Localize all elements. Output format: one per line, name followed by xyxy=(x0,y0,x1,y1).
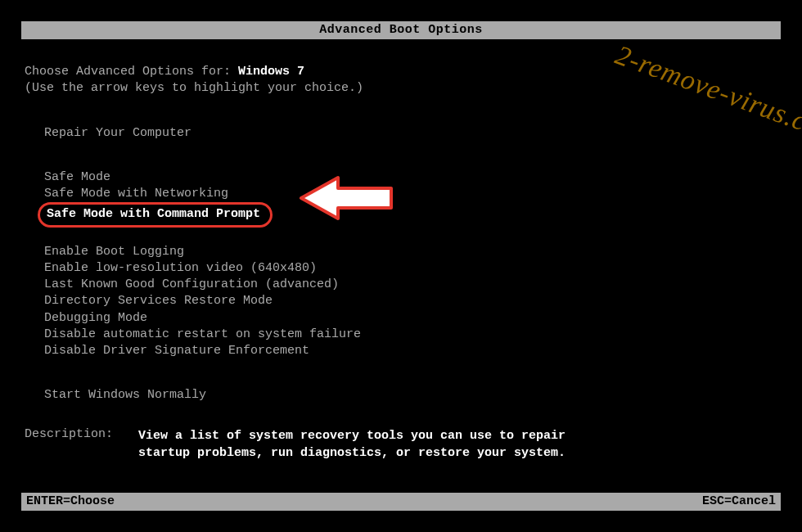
option-label: Enable Boot Logging xyxy=(43,244,186,260)
option-low-res-video[interactable]: Enable low-resolution video (640x480) xyxy=(43,260,777,277)
option-label: Disable Driver Signature Enforcement xyxy=(43,343,311,359)
option-label: Start Windows Normally xyxy=(43,387,208,404)
option-label-highlighted: Safe Mode with Command Prompt xyxy=(38,202,273,227)
description-label: Description: xyxy=(25,427,131,441)
option-disable-driver-sig[interactable]: Disable Driver Signature Enforcement xyxy=(43,343,777,359)
description-text: View a list of system recovery tools you… xyxy=(138,427,565,462)
option-label: Enable low-resolution video (640x480) xyxy=(43,260,318,277)
title-bar: Advanced Boot Options xyxy=(21,21,781,39)
option-label: Directory Services Restore Mode xyxy=(43,293,274,309)
option-debugging-mode[interactable]: Debugging Mode xyxy=(43,310,777,327)
option-label: Safe Mode xyxy=(43,169,112,186)
option-safe-mode-command-prompt[interactable]: Safe Mode with Command Prompt xyxy=(38,202,777,227)
option-last-known-good-config[interactable]: Last Known Good Configuration (advanced) xyxy=(43,277,777,293)
option-label: Repair Your Computer xyxy=(43,125,193,142)
description-line2: startup problems, run diagnostics, or re… xyxy=(138,446,565,460)
intro-prefix: Choose Advanced Options for: xyxy=(25,65,238,79)
option-directory-services-restore[interactable]: Directory Services Restore Mode xyxy=(43,293,777,309)
option-disable-auto-restart[interactable]: Disable automatic restart on system fail… xyxy=(43,327,777,343)
footer-esc-hint: ESC=Cancel xyxy=(702,493,776,511)
description-block: Description: View a list of system recov… xyxy=(25,427,565,462)
content-area: Choose Advanced Options for: Windows 7 (… xyxy=(25,64,777,404)
option-label: Disable automatic restart on system fail… xyxy=(43,327,363,343)
option-label: Debugging Mode xyxy=(43,310,149,327)
option-label: Safe Mode with Networking xyxy=(43,186,230,202)
footer-enter-hint: ENTER=Choose xyxy=(26,493,115,511)
boot-options-list: Repair Your Computer Safe Mode Safe Mode… xyxy=(25,125,777,404)
footer-bar: ENTER=Choose ESC=Cancel xyxy=(21,493,781,511)
option-safe-mode[interactable]: Safe Mode xyxy=(43,169,777,186)
option-label: Last Known Good Configuration (advanced) xyxy=(43,277,340,293)
option-start-windows-normally[interactable]: Start Windows Normally xyxy=(43,387,777,404)
option-safe-mode-networking[interactable]: Safe Mode with Networking xyxy=(43,186,777,202)
option-repair-computer[interactable]: Repair Your Computer xyxy=(43,125,777,142)
screen-title: Advanced Boot Options xyxy=(319,23,483,37)
description-line1: View a list of system recovery tools you… xyxy=(138,429,565,443)
boot-options-screen: Advanced Boot Options Choose Advanced Op… xyxy=(0,0,802,532)
os-name: Windows 7 xyxy=(238,65,304,79)
option-enable-boot-logging[interactable]: Enable Boot Logging xyxy=(43,244,777,260)
